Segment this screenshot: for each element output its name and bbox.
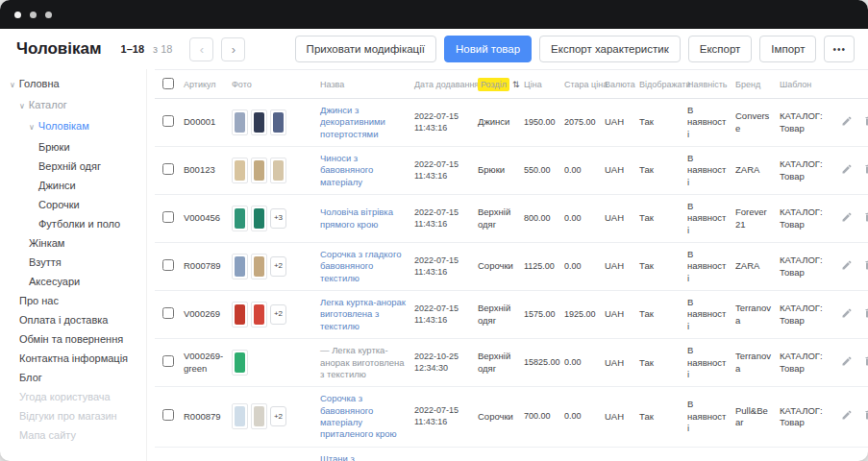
column-header-availability[interactable]: Наявність: [683, 70, 732, 99]
currency-cell: UAH: [601, 387, 635, 447]
window-minimize-dot[interactable]: [30, 12, 37, 18]
more-photos-badge[interactable]: +2: [270, 256, 286, 277]
availability-cell: В наявності: [683, 387, 732, 447]
sidebar-item-label: Мапа сайту: [19, 429, 76, 441]
row-checkbox[interactable]: [162, 163, 174, 175]
price-cell: 15825.00: [520, 339, 560, 387]
delete-icon[interactable]: [862, 211, 868, 224]
availability-cell: В наявності: [683, 99, 732, 147]
table-row: B00123 Чиноси з бавовняного матеріалу 20…: [155, 147, 868, 195]
sidebar: ∨Головна∨Каталог∨ЧоловікамБрюкиВерхній о…: [0, 69, 146, 461]
product-name-link[interactable]: Сорочка з бавовняного матеріалу притален…: [320, 393, 407, 440]
sidebar-item[interactable]: Аксесуари: [0, 272, 146, 291]
edit-icon[interactable]: [840, 211, 853, 224]
edit-icon[interactable]: [840, 115, 853, 128]
sidebar-item[interactable]: Джинси: [0, 176, 146, 195]
more-photos-badge[interactable]: +3: [270, 208, 286, 229]
column-header-name[interactable]: Назва: [316, 70, 410, 99]
sidebar-item[interactable]: Оплата і доставка: [0, 310, 146, 329]
sidebar-item[interactable]: Верхній одяг: [0, 157, 146, 176]
old-price-cell: 0.00: [560, 243, 601, 291]
sidebar-item[interactable]: Угода користувача: [0, 387, 146, 406]
sku-cell: R000879: [180, 387, 228, 447]
column-header-old-price[interactable]: Стара ціна: [560, 70, 601, 99]
delete-icon[interactable]: [862, 409, 868, 422]
select-all-checkbox[interactable]: [162, 78, 174, 89]
product-name-link[interactable]: — Легка куртка-анорак виготовлена з текс…: [320, 345, 407, 380]
edit-icon[interactable]: [840, 355, 853, 368]
delete-icon[interactable]: [862, 259, 868, 272]
more-actions-button[interactable]: •••: [824, 36, 855, 62]
delete-icon[interactable]: [862, 355, 868, 368]
brand-cell: Terranova: [732, 291, 776, 339]
sidebar-item[interactable]: Взуття: [0, 253, 146, 272]
more-photos-badge[interactable]: +2: [270, 304, 286, 325]
column-header-currency[interactable]: Валюта: [601, 70, 635, 99]
window-close-dot[interactable]: [14, 12, 21, 18]
column-header-brand[interactable]: Бренд: [732, 70, 776, 99]
column-header-section[interactable]: Розділ: [478, 78, 509, 91]
sidebar-item[interactable]: Жінкам: [0, 233, 146, 253]
import-button[interactable]: Імпорт: [759, 36, 816, 62]
next-page-button[interactable]: ›: [221, 37, 245, 61]
sidebar-item[interactable]: Сорочки: [0, 195, 146, 214]
row-checkbox[interactable]: [162, 115, 174, 127]
display-cell: Так: [635, 339, 683, 387]
sidebar-item[interactable]: ∨Головна: [0, 74, 146, 95]
column-header-display[interactable]: Відображати: [635, 70, 683, 99]
section-cell: Сорочки: [474, 387, 520, 447]
product-name-link[interactable]: Джинси з декоративними потертостями: [320, 105, 407, 140]
export-button[interactable]: Експорт: [688, 36, 753, 62]
edit-icon[interactable]: [840, 307, 853, 320]
prev-page-button[interactable]: ‹: [189, 37, 213, 61]
sort-icon[interactable]: ⇅: [512, 80, 520, 89]
edit-icon[interactable]: [840, 259, 853, 272]
edit-icon[interactable]: [840, 163, 853, 176]
display-cell: Так: [635, 195, 683, 243]
edit-icon[interactable]: [840, 409, 853, 422]
hide-modifications-button[interactable]: Приховати модифікації: [295, 36, 436, 62]
sidebar-item[interactable]: Контактна інформація: [0, 349, 146, 368]
sidebar-item-label: Оплата і доставка: [19, 314, 108, 326]
template-cell: КАТАЛОГ: Товар: [776, 339, 830, 387]
sidebar-item[interactable]: ∨Чоловікам: [0, 116, 146, 137]
display-cell: Так: [635, 387, 683, 447]
new-product-button[interactable]: Новий товар: [444, 36, 532, 62]
column-header-template[interactable]: Шаблон: [776, 70, 830, 99]
column-header-photo: Фото: [228, 70, 316, 99]
column-header-sku[interactable]: Артикул: [180, 70, 228, 99]
more-photos-badge[interactable]: +2: [270, 406, 286, 426]
delete-icon[interactable]: [862, 307, 868, 320]
window-maximize-dot[interactable]: [45, 12, 52, 18]
old-price-cell: 0.00: [560, 339, 601, 387]
row-checkbox[interactable]: [162, 259, 174, 271]
brand-cell: Forever 21: [732, 195, 776, 243]
product-name-link[interactable]: Легка куртка-анорак виготовлена з тексти…: [320, 297, 407, 332]
old-price-cell: 1925.00: [560, 291, 601, 339]
row-checkbox[interactable]: [162, 307, 174, 319]
section-cell: Верхній одяг: [474, 291, 520, 339]
product-name-link[interactable]: Штани з бавовняного матеріалу прямого кр…: [320, 453, 407, 461]
sidebar-item[interactable]: Блог: [0, 368, 146, 387]
export-characteristics-button[interactable]: Експорт характеристик: [539, 36, 681, 62]
row-checkbox[interactable]: [162, 409, 174, 421]
sidebar-item[interactable]: ∨Каталог: [0, 95, 146, 116]
delete-icon[interactable]: [862, 163, 868, 176]
price-cell: 1950.00: [520, 99, 560, 147]
sidebar-item[interactable]: Відгуки про магазин: [0, 406, 146, 425]
product-name-link[interactable]: Чоловіча вітрівка прямого крою: [320, 206, 407, 230]
product-name-link[interactable]: Сорочка з гладкого бавовняного текстилю: [320, 249, 407, 284]
column-header-date[interactable]: Дата додавання: [410, 70, 474, 99]
sidebar-item[interactable]: Брюки: [0, 137, 146, 157]
column-header-price[interactable]: Ціна: [520, 70, 560, 99]
sidebar-item[interactable]: Обмін та повернення: [0, 329, 146, 349]
sidebar-item[interactable]: Мапа сайту: [0, 425, 146, 445]
sidebar-item[interactable]: Футболки и поло: [0, 214, 146, 233]
product-name-link[interactable]: Чиноси з бавовняного матеріалу: [320, 153, 407, 188]
row-checkbox[interactable]: [162, 355, 174, 367]
delete-icon[interactable]: [862, 115, 868, 128]
sidebar-item[interactable]: Про нас: [0, 291, 146, 310]
section-cell: Брюки: [474, 147, 520, 195]
row-checkbox[interactable]: [162, 211, 174, 223]
sku-cell: V000269-green: [180, 339, 228, 387]
